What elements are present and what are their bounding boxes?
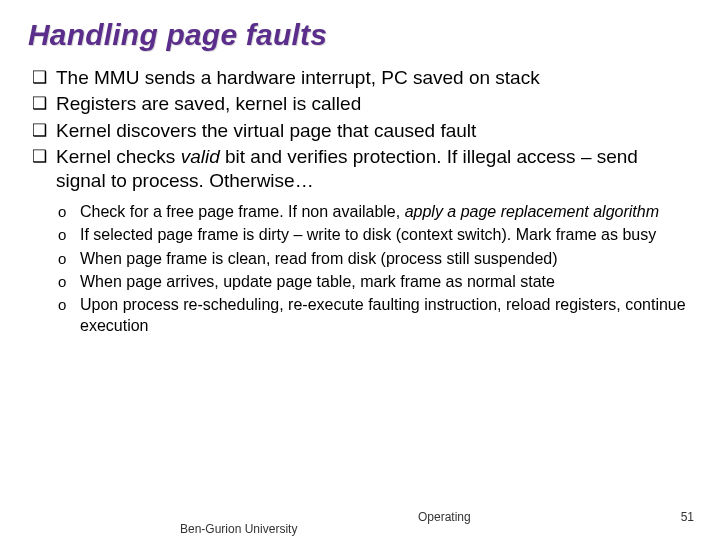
sub-item: When page arrives, update page table, ma… <box>58 272 692 292</box>
sub-bullet-list: Check for a free page frame. If non avai… <box>28 202 692 337</box>
slide-title: Handling page faults <box>28 18 692 52</box>
sub-em: apply a page replacement algorithm <box>405 203 659 220</box>
bullet-text: Kernel checks <box>56 146 181 167</box>
slide: Handling page faults The MMU sends a har… <box>0 0 720 540</box>
bullet-em: valid <box>181 146 220 167</box>
footer-center: Operating <box>418 510 471 524</box>
sub-item: If selected page frame is dirty – write … <box>58 225 692 245</box>
bullet-item: Registers are saved, kernel is called <box>32 92 692 116</box>
bullet-item: Kernel checks valid bit and verifies pro… <box>32 145 692 194</box>
footer-left: Ben-Gurion University <box>180 523 350 536</box>
slide-number: 51 <box>681 510 694 524</box>
bullet-item: Kernel discovers the virtual page that c… <box>32 119 692 143</box>
sub-item: Check for a free page frame. If non avai… <box>58 202 692 222</box>
bullet-item: The MMU sends a hardware interrupt, PC s… <box>32 66 692 90</box>
sub-item: Upon process re-scheduling, re-execute f… <box>58 295 692 336</box>
sub-text: Check for a free page frame. If non avai… <box>80 203 405 220</box>
sub-item: When page frame is clean, read from disk… <box>58 249 692 269</box>
main-bullet-list: The MMU sends a hardware interrupt, PC s… <box>28 66 692 194</box>
